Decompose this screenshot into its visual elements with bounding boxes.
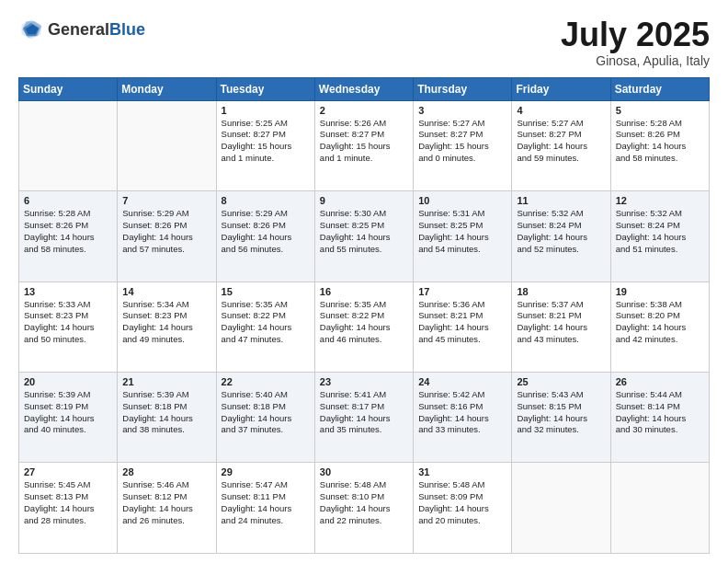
- daylight-text: Daylight: 14 hours: [122, 413, 210, 425]
- sunrise-text: Sunrise: 5:40 AM: [222, 389, 310, 401]
- sunset-text: Sunset: 8:26 PM: [24, 220, 112, 232]
- sunrise-text: Sunrise: 5:34 AM: [122, 299, 210, 311]
- day-number: 1: [222, 105, 310, 116]
- daylight-text: Daylight: 15 hours: [222, 141, 310, 153]
- sunrise-text: Sunrise: 5:31 AM: [418, 208, 506, 220]
- sunset-text: Sunset: 8:21 PM: [418, 310, 506, 322]
- day-number: 5: [616, 105, 704, 116]
- sunset-text: Sunset: 8:22 PM: [320, 310, 408, 322]
- table-row: 27Sunrise: 5:45 AMSunset: 8:13 PMDayligh…: [19, 463, 118, 554]
- calendar-week-row: 13Sunrise: 5:33 AMSunset: 8:23 PMDayligh…: [19, 282, 710, 372]
- sunrise-text: Sunrise: 5:43 AM: [517, 389, 605, 401]
- daylight-text: Daylight: 14 hours: [517, 413, 605, 425]
- table-row: 17Sunrise: 5:36 AMSunset: 8:21 PMDayligh…: [414, 282, 512, 372]
- daylight-text-2: and 56 minutes.: [222, 244, 310, 256]
- sunrise-text: Sunrise: 5:39 AM: [122, 389, 210, 401]
- sunrise-text: Sunrise: 5:41 AM: [320, 389, 408, 401]
- daylight-text-2: and 30 minutes.: [616, 424, 704, 436]
- table-row: 11Sunrise: 5:32 AMSunset: 8:24 PMDayligh…: [512, 191, 610, 282]
- daylight-text: Daylight: 14 hours: [418, 503, 506, 515]
- daylight-text-2: and 37 minutes.: [222, 424, 310, 436]
- table-row: 16Sunrise: 5:35 AMSunset: 8:22 PMDayligh…: [314, 282, 413, 372]
- day-number: 30: [320, 466, 408, 477]
- col-monday: Monday: [118, 77, 216, 100]
- sunrise-text: Sunrise: 5:35 AM: [222, 299, 310, 311]
- daylight-text: Daylight: 14 hours: [320, 232, 408, 244]
- sunrise-text: Sunrise: 5:32 AM: [517, 208, 605, 220]
- sunrise-text: Sunrise: 5:47 AM: [222, 479, 310, 491]
- daylight-text: Daylight: 14 hours: [320, 413, 408, 425]
- table-row: 28Sunrise: 5:46 AMSunset: 8:12 PMDayligh…: [118, 463, 216, 554]
- sunrise-text: Sunrise: 5:32 AM: [616, 208, 704, 220]
- daylight-text: Daylight: 14 hours: [517, 232, 605, 244]
- daylight-text-2: and 55 minutes.: [320, 244, 408, 256]
- sunrise-text: Sunrise: 5:29 AM: [222, 208, 310, 220]
- table-row: 8Sunrise: 5:29 AMSunset: 8:26 PMDaylight…: [216, 191, 314, 282]
- logo-general-text: General: [48, 20, 109, 39]
- daylight-text-2: and 1 minute.: [222, 153, 310, 165]
- daylight-text-2: and 42 minutes.: [616, 334, 704, 346]
- daylight-text: Daylight: 14 hours: [122, 503, 210, 515]
- daylight-text-2: and 28 minutes.: [24, 515, 112, 527]
- sunset-text: Sunset: 8:27 PM: [517, 129, 605, 141]
- daylight-text-2: and 26 minutes.: [122, 515, 210, 527]
- sunrise-text: Sunrise: 5:28 AM: [616, 118, 704, 130]
- sunset-text: Sunset: 8:25 PM: [320, 220, 408, 232]
- daylight-text-2: and 43 minutes.: [517, 334, 605, 346]
- sunrise-text: Sunrise: 5:37 AM: [517, 299, 605, 311]
- sunset-text: Sunset: 8:12 PM: [122, 491, 210, 503]
- col-thursday: Thursday: [414, 77, 512, 100]
- sunset-text: Sunset: 8:23 PM: [24, 310, 112, 322]
- sunset-text: Sunset: 8:21 PM: [517, 310, 605, 322]
- sunrise-text: Sunrise: 5:48 AM: [418, 479, 506, 491]
- col-saturday: Saturday: [610, 77, 709, 100]
- day-number: 23: [320, 376, 408, 387]
- calendar-week-row: 1Sunrise: 5:25 AMSunset: 8:27 PMDaylight…: [19, 100, 710, 190]
- sunset-text: Sunset: 8:27 PM: [320, 129, 408, 141]
- daylight-text: Daylight: 14 hours: [418, 413, 506, 425]
- sunrise-text: Sunrise: 5:28 AM: [24, 208, 112, 220]
- sunrise-text: Sunrise: 5:38 AM: [616, 299, 704, 311]
- table-row: 2Sunrise: 5:26 AMSunset: 8:27 PMDaylight…: [314, 100, 413, 190]
- sunset-text: Sunset: 8:15 PM: [517, 401, 605, 413]
- daylight-text-2: and 52 minutes.: [517, 244, 605, 256]
- sunset-text: Sunset: 8:11 PM: [222, 491, 310, 503]
- month-title: July 2025: [561, 17, 710, 53]
- sunset-text: Sunset: 8:25 PM: [418, 220, 506, 232]
- calendar-table: Sunday Monday Tuesday Wednesday Thursday…: [18, 77, 710, 554]
- day-number: 21: [122, 376, 210, 387]
- sunset-text: Sunset: 8:09 PM: [418, 491, 506, 503]
- day-number: 19: [616, 286, 704, 297]
- day-number: 27: [24, 466, 112, 477]
- sunrise-text: Sunrise: 5:26 AM: [320, 118, 408, 130]
- day-number: 14: [122, 286, 210, 297]
- daylight-text: Daylight: 14 hours: [222, 503, 310, 515]
- table-row: [19, 100, 118, 190]
- sunset-text: Sunset: 8:19 PM: [24, 401, 112, 413]
- sunset-text: Sunset: 8:17 PM: [320, 401, 408, 413]
- col-wednesday: Wednesday: [314, 77, 413, 100]
- table-row: 7Sunrise: 5:29 AMSunset: 8:26 PMDaylight…: [118, 191, 216, 282]
- table-row: 3Sunrise: 5:27 AMSunset: 8:27 PMDaylight…: [414, 100, 512, 190]
- sunset-text: Sunset: 8:23 PM: [122, 310, 210, 322]
- table-row: 15Sunrise: 5:35 AMSunset: 8:22 PMDayligh…: [216, 282, 314, 372]
- daylight-text: Daylight: 14 hours: [222, 413, 310, 425]
- day-number: 3: [418, 105, 506, 116]
- daylight-text: Daylight: 14 hours: [122, 232, 210, 244]
- day-number: 18: [517, 286, 605, 297]
- day-number: 11: [517, 195, 605, 206]
- day-number: 6: [24, 195, 112, 206]
- sunset-text: Sunset: 8:18 PM: [122, 401, 210, 413]
- day-number: 22: [222, 376, 310, 387]
- page: GeneralBlue July 2025 Ginosa, Apulia, It…: [0, 0, 728, 563]
- daylight-text-2: and 40 minutes.: [24, 424, 112, 436]
- day-number: 8: [222, 195, 310, 206]
- daylight-text-2: and 33 minutes.: [418, 424, 506, 436]
- table-row: 18Sunrise: 5:37 AMSunset: 8:21 PMDayligh…: [512, 282, 610, 372]
- location: Ginosa, Apulia, Italy: [561, 53, 710, 68]
- sunrise-text: Sunrise: 5:30 AM: [320, 208, 408, 220]
- daylight-text: Daylight: 15 hours: [418, 141, 506, 153]
- table-row: 21Sunrise: 5:39 AMSunset: 8:18 PMDayligh…: [118, 373, 216, 463]
- logo: GeneralBlue: [18, 17, 145, 42]
- sunset-text: Sunset: 8:20 PM: [616, 310, 704, 322]
